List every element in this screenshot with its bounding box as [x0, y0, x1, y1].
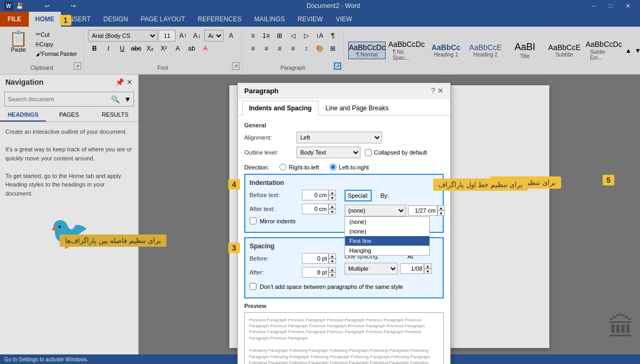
rtl-radio[interactable] [279, 164, 286, 171]
after-text-input[interactable] [302, 204, 329, 214]
indentation-label: Indentation [250, 179, 438, 187]
dont-add-checkbox[interactable] [250, 283, 257, 290]
before-text-up[interactable]: ▲ [329, 190, 336, 195]
indentation-section: Indentation Before text: ▲ ▼ [244, 174, 444, 233]
outline-label: Outline level: [244, 149, 292, 156]
collapsed-checkbox[interactable] [365, 149, 372, 156]
mirror-label: Mirror indents [260, 218, 295, 224]
by-input[interactable] [408, 205, 437, 216]
special-label: Special: [348, 192, 369, 199]
after-text-down[interactable]: ▼ [329, 209, 336, 214]
outline-select[interactable]: Body Text [297, 147, 361, 158]
annotation-badge-5: 5 [603, 175, 614, 185]
dialog-body: General Alignment: Left Outline level: B… [238, 116, 450, 364]
before-text-spinner: ▲ ▼ [302, 190, 336, 200]
by-up[interactable]: ▲ [437, 205, 445, 211]
special-option-firstline[interactable]: First line [345, 236, 429, 246]
before-text-down[interactable]: ▼ [329, 195, 336, 200]
line-spacing-select[interactable]: Multiple Single 1.5 lines Double At leas… [345, 263, 398, 274]
ltr-label: Left-to-right [330, 164, 369, 171]
by-down[interactable]: ▼ [437, 211, 445, 216]
before-down[interactable]: ▼ [329, 258, 336, 264]
direction-row: Direction: Right-to-left Left-to-right [244, 164, 444, 171]
dialog-tabs: Indents and Spacing Line and Page Breaks [238, 99, 450, 116]
outline-row: Outline level: Body Text Collapsed by de… [244, 147, 444, 158]
before-input[interactable] [302, 253, 329, 264]
before-text-input[interactable] [302, 190, 329, 200]
general-section: General Alignment: Left Outline level: B… [244, 122, 444, 158]
annotation-badge-1: 1 [60, 15, 71, 26]
collapsed-label: Collapsed by default [365, 149, 427, 156]
special-option-hanging[interactable]: Hanging [345, 246, 429, 255]
special-dropdown-list: (none) (none) First line Hanging [345, 216, 430, 256]
alignment-select[interactable]: Left [297, 132, 382, 143]
special-option-none1[interactable]: (none) [345, 217, 429, 227]
paragraph-dialog: Paragraph ? ✕ Indents and Spacing Line a… [237, 83, 451, 364]
before-up[interactable]: ▲ [329, 253, 336, 258]
dialog-title: Paragraph [244, 87, 278, 95]
special-select[interactable]: (none) First line Hanging [345, 205, 406, 216]
direction-label: Direction: [244, 164, 269, 171]
special-dropdown-container: (none) First line Hanging ▲ ▼ [345, 205, 445, 216]
at-up[interactable]: ▲ [424, 263, 431, 269]
dont-add-row: Don't add space between paragraphs of th… [250, 283, 438, 290]
annotation-label-firstline: برای تنظیم خط اول پاراگراف [433, 179, 528, 191]
alignment-label: Alignment: [244, 134, 292, 141]
after-label: After: [250, 269, 298, 276]
special-option-none2[interactable]: (none) [345, 227, 429, 236]
mirror-checkbox[interactable] [250, 217, 257, 224]
after-text-label: After text: [250, 206, 298, 212]
by-label: By: [380, 192, 389, 199]
ltr-radio[interactable] [330, 164, 337, 171]
by-spinner: ▲ ▼ [408, 205, 445, 216]
annotation-badge-4: 4 [228, 179, 240, 190]
right-logo: 🏛 [608, 312, 635, 343]
before-text-label: Before text: [250, 192, 298, 198]
after-up[interactable]: ▲ [329, 267, 336, 272]
annotation-badge-3: 3 [228, 242, 240, 253]
dialog-close-btn[interactable]: ✕ [437, 86, 444, 95]
at-spinner: ▲ ▼ [400, 263, 431, 274]
after-text-up[interactable]: ▲ [329, 204, 336, 209]
after-input[interactable] [302, 267, 329, 278]
dialog-help-btn[interactable]: ? [431, 86, 435, 95]
dialog-overlay: Paragraph ? ✕ Indents and Spacing Line a… [0, 0, 640, 364]
after-down[interactable]: ▼ [329, 272, 336, 278]
dialog-tab-indents[interactable]: Indents and Spacing [242, 101, 318, 116]
preview-box: Previous Paragraph Previous Paragraph Pr… [244, 312, 444, 364]
preview-section: Preview Previous Paragraph Previous Para… [244, 303, 444, 364]
after-text-spinner: ▲ ▼ [302, 204, 336, 214]
rtl-label: Right-to-left [279, 164, 319, 171]
dialog-tab-breaks[interactable]: Line and Page Breaks [318, 101, 395, 115]
before-spinner: ▲ ▼ [302, 253, 336, 264]
dialog-title-bar: Paragraph ? ✕ [238, 83, 450, 99]
indentation-container: Indentation Before text: ▲ ▼ [244, 174, 444, 233]
mirror-row: Mirror indents [250, 217, 336, 224]
after-spinner: ▲ ▼ [302, 267, 336, 278]
alignment-row: Alignment: Left [244, 132, 444, 143]
preview-label: Preview [244, 303, 444, 309]
at-input[interactable] [400, 263, 424, 274]
dont-add-label: Don't add space between paragraphs of th… [260, 284, 403, 290]
before-label: Before: [250, 255, 298, 262]
special-box: Special: [345, 190, 372, 201]
at-down[interactable]: ▼ [424, 269, 431, 274]
general-label: General [244, 122, 444, 128]
